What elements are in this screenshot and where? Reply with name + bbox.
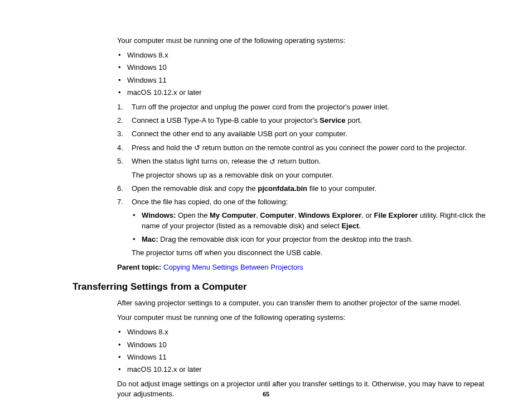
text-bold: Windows:	[142, 211, 176, 219]
section-heading: Transferring Settings from a Computer	[72, 280, 493, 294]
text: Connect a USB Type-A to Type-B cable to …	[132, 116, 320, 124]
list-item: macOS 10.12.x or later	[117, 88, 493, 98]
list-item: Windows 11	[117, 352, 493, 362]
step-5: When the status light turns on, release …	[117, 156, 493, 180]
text: Open the	[176, 211, 210, 219]
step-1: Turn off the projector and unplug the po…	[117, 102, 493, 112]
step-7-sublist: Windows: Open the My Computer, Computer,…	[132, 210, 493, 245]
section2-p1: After saving projector settings to a com…	[117, 298, 493, 308]
step-7-note: The projector turns off when you disconn…	[132, 248, 493, 258]
content-block-1: Your computer must be running one of the…	[117, 36, 493, 272]
os-list-1: Windows 8.x Windows 10 Windows 11 macOS …	[117, 50, 493, 98]
return-icon: ↺	[194, 143, 200, 153]
text-bold: Windows Explorer	[298, 211, 361, 219]
parent-topic-link[interactable]: Copying Menu Settings Between Projectors	[163, 263, 303, 271]
return-icon: ↺	[269, 157, 275, 167]
text: return button.	[275, 157, 321, 165]
sub-mac: Mac: Drag the removable disk icon for yo…	[132, 234, 493, 245]
page-number: 65	[0, 390, 532, 399]
text: When the status light turns on, release …	[132, 157, 269, 165]
text: Open the removable disk and copy the	[132, 184, 258, 193]
step-5-note: The projector shows up as a removable di…	[132, 170, 493, 180]
text: ,	[294, 211, 298, 219]
text-bold: Computer	[260, 211, 294, 219]
text: Press and hold the	[132, 143, 194, 152]
text: , or	[361, 211, 374, 219]
section2-p2: Your computer must be running one of the…	[117, 313, 493, 323]
text: port.	[346, 116, 362, 124]
list-item: Windows 11	[117, 75, 493, 85]
text: file to your computer.	[307, 184, 376, 193]
step-6: Open the removable disk and copy the pjc…	[117, 184, 493, 194]
text-bold: Mac:	[142, 235, 158, 243]
text: Drag the removable disk icon for your pr…	[158, 235, 413, 243]
list-item: macOS 10.12.x or later	[117, 365, 493, 375]
step-7: Once the file has copied, do one of the …	[117, 197, 493, 258]
list-item: Windows 10	[117, 63, 493, 73]
text-bold: File Explorer	[374, 211, 418, 219]
list-item: Windows 8.x	[117, 50, 493, 60]
document-page: Your computer must be running one of the…	[0, 0, 532, 412]
step-2: Connect a USB Type-A to Type-B cable to …	[117, 116, 493, 126]
text: return button on the remote control as y…	[200, 143, 467, 152]
parent-topic: Parent topic: Copying Menu Settings Betw…	[117, 262, 493, 272]
parent-topic-label: Parent topic:	[117, 263, 161, 271]
sub-windows: Windows: Open the My Computer, Computer,…	[132, 210, 493, 231]
text-bold: Service	[320, 116, 345, 124]
step-3: Connect the other end to any available U…	[117, 129, 493, 139]
os-list-2: Windows 8.x Windows 10 Windows 11 macOS …	[117, 327, 493, 375]
step-4: Press and hold the ↺ return button on th…	[117, 143, 493, 154]
text-bold: My Computer	[210, 211, 256, 219]
text-bold: Eject	[341, 222, 359, 230]
intro-text: Your computer must be running one of the…	[117, 36, 493, 46]
list-item: Windows 8.x	[117, 327, 493, 337]
text: .	[359, 222, 361, 230]
steps-list: Turn off the projector and unplug the po…	[117, 102, 493, 258]
text: Once the file has copied, do one of the …	[132, 198, 288, 206]
list-item: Windows 10	[117, 340, 493, 350]
text-bold: pjconfdata.bin	[258, 184, 307, 193]
content-block-2: After saving projector settings to a com…	[117, 298, 493, 400]
